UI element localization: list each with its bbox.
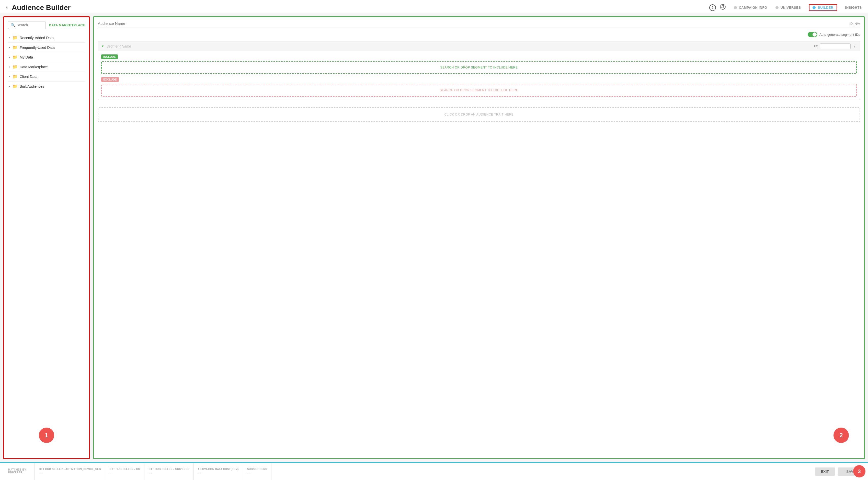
folder-icon: 📁 [12, 84, 18, 89]
tab-insights[interactable]: INSIGHTS [845, 2, 862, 13]
tab-dot-universes [775, 6, 779, 9]
matches-by-label: MATCHES BY UNIVERSE: [8, 468, 26, 474]
search-input[interactable] [17, 23, 43, 27]
tab-universes[interactable]: UNIVERSES [775, 2, 801, 13]
segment-id-input[interactable] [820, 43, 850, 49]
bottom-col-4-header: ACTIVATION DATA COST(CPM) [198, 468, 239, 471]
exit-button[interactable]: EXIT [815, 468, 835, 476]
segment-chevron-icon: ▼ [101, 44, 104, 48]
tab-label-insights: INSIGHTS [845, 6, 862, 9]
svg-point-1 [722, 5, 723, 7]
include-drop-zone[interactable]: SEARCH OR DROP SEGMENT TO INCLUDE HERE [101, 61, 857, 74]
exclude-label: EXCLUDE [101, 77, 119, 82]
tab-label-builder: BUILDER [818, 6, 833, 9]
bottom-col-1-header: OTT HUB SELLER - ACTIVATION_DEVICE_SEG [39, 468, 101, 471]
matches-by-universe-col: MATCHES BY UNIVERSE: [4, 463, 35, 480]
audience-id: ID: N/A [849, 22, 860, 26]
tree-item-recently-added[interactable]: ▸ 📁 Recently-Added Data [8, 33, 85, 43]
segment-body: INCLUDE SEARCH OR DROP SEGMENT TO INCLUD… [98, 51, 860, 100]
tab-label-universes: UNIVERSES [781, 6, 801, 9]
tree-item-label: Frequently-Used Data [20, 45, 55, 50]
search-input-wrapper[interactable]: 🔍 [8, 21, 46, 29]
folder-icon: 📁 [12, 64, 18, 69]
left-panel: 🔍 DATA MARKETPLACE ▸ 📁 Recently-Added Da… [3, 17, 90, 459]
chevron-icon: ▸ [9, 56, 10, 59]
badge-1: 1 [39, 427, 54, 443]
segment-name-label: Segment Name [106, 44, 812, 48]
badge-3: 3 [853, 465, 865, 477]
bottom-bar: MATCHES BY UNIVERSE: OTT HUB SELLER - AC… [0, 462, 868, 480]
tree-item-frequently-used[interactable]: ▸ 📁 Frequently-Used Data [8, 43, 85, 53]
badge-2: 2 [834, 427, 849, 443]
segment-header: ▼ Segment Name ID: ⋮ [98, 41, 860, 51]
bottom-col-2-value: - - [110, 472, 113, 475]
bottom-col-2: OTT HUB SELLER - GU - - [105, 463, 145, 480]
bottom-col-1-value: - - [39, 472, 42, 475]
tab-nav: CAMPAIGN INFO UNIVERSES BUILDER INSIGHTS [734, 2, 862, 13]
tree-item-label: Built Audiences [20, 84, 44, 89]
tree-item-my-data[interactable]: ▸ 📁 My Data [8, 53, 85, 62]
chevron-icon: ▸ [9, 65, 10, 68]
auto-generate-row: Auto-generate segment IDs [98, 32, 860, 37]
help-icon[interactable]: ? [709, 4, 716, 11]
tree-item-label: Client Data [20, 75, 37, 79]
chevron-icon: ▸ [9, 85, 10, 88]
search-bar: 🔍 DATA MARKETPLACE [8, 21, 85, 29]
search-icon: 🔍 [11, 23, 15, 27]
auto-generate-toggle[interactable] [808, 32, 817, 37]
segment-block: ▼ Segment Name ID: ⋮ INCLUDE SEARCH OR D… [98, 41, 860, 100]
segment-menu-icon[interactable]: ⋮ [852, 44, 857, 49]
tab-dot-campaign-info [734, 6, 737, 9]
data-tree: ▸ 📁 Recently-Added Data ▸ 📁 Frequently-U… [8, 33, 85, 91]
bottom-col-1: OTT HUB SELLER - ACTIVATION_DEVICE_SEG -… [35, 463, 105, 480]
tree-item-label: Recently-Added Data [20, 36, 54, 40]
tab-dot-builder [812, 6, 815, 9]
bottom-col-5-header: SUBSCRIBERS [247, 468, 267, 471]
auto-generate-label: Auto-generate segment IDs [819, 33, 860, 37]
bottom-col-2-header: OTT HUB SELLER - GU [110, 468, 140, 471]
bottom-col-3: OTT HUB SELLER - UNIVERSE - - [145, 463, 193, 480]
tree-item-label: My Data [20, 55, 33, 59]
chevron-icon: ▸ [9, 75, 10, 78]
audience-header: ID: N/A [98, 21, 860, 28]
right-panel: ID: N/A Auto-generate segment IDs ▼ Segm… [93, 17, 865, 459]
folder-icon: 📁 [12, 45, 18, 50]
page-title: Audience Builder [12, 4, 70, 12]
include-label: INCLUDE [101, 55, 118, 59]
folder-icon: 📁 [12, 74, 18, 79]
user-icon[interactable] [720, 4, 725, 11]
data-marketplace-link[interactable]: DATA MARKETPLACE [49, 23, 85, 27]
folder-icon: 📁 [12, 55, 18, 60]
folder-icon: 📁 [12, 35, 18, 40]
tree-item-label: Data Marketplace [20, 65, 48, 69]
bottom-col-3-header: OTT HUB SELLER - UNIVERSE [149, 468, 189, 471]
segment-id-label: ID: [814, 44, 818, 48]
bottom-col-4-value: - - [198, 472, 201, 475]
chevron-icon: ▸ [9, 36, 10, 39]
tab-campaign-info[interactable]: CAMPAIGN INFO [734, 2, 767, 13]
bottom-col-5-value: - - [247, 472, 250, 475]
bottom-col-4: ACTIVATION DATA COST(CPM) - - [194, 463, 243, 480]
trait-drop-zone[interactable]: CLICK OR DROP AN AUDIENCE TRAIT HERE [98, 107, 860, 122]
chevron-icon: ▸ [9, 46, 10, 49]
tab-label-campaign-info: CAMPAIGN INFO [739, 6, 767, 9]
tree-item-data-marketplace[interactable]: ▸ 📁 Data Marketplace [8, 62, 85, 72]
tree-item-built-audiences[interactable]: ▸ 📁 Built Audiences [8, 82, 85, 91]
bottom-col-3-value: - - [149, 472, 152, 475]
bottom-col-5: SUBSCRIBERS - - [243, 463, 272, 480]
audience-name-input[interactable] [98, 21, 555, 26]
back-arrow-icon[interactable]: ‹ [6, 5, 8, 10]
exclude-drop-zone[interactable]: SEARCH OR DROP SEGMENT TO EXCLUDE HERE [101, 84, 857, 97]
tree-item-client-data[interactable]: ▸ 📁 Client Data [8, 72, 85, 82]
tab-builder[interactable]: BUILDER [809, 4, 837, 11]
